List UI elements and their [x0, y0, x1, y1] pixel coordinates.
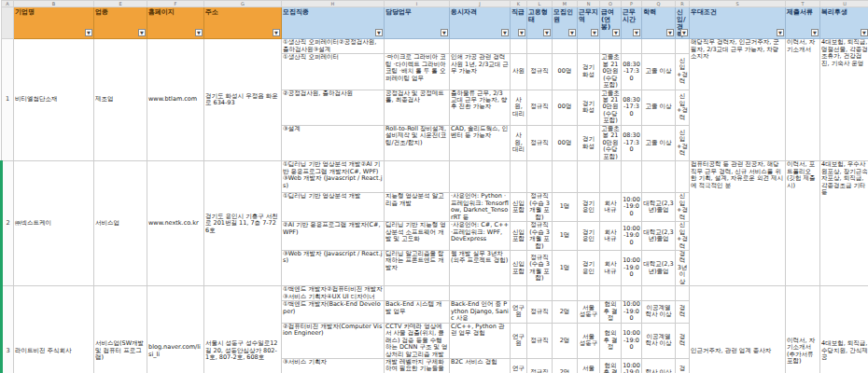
rank-cell[interactable] [511, 39, 527, 54]
work-region-cell[interactable]: 경기 화성 [578, 90, 600, 125]
work-region-cell[interactable]: 서울 성동구 [578, 323, 600, 358]
work-region-cell[interactable]: 서울 성동구 [578, 301, 600, 323]
documents-cell[interactable]: 이력서, 자기소개서 [786, 39, 820, 161]
rank-cell[interactable] [511, 286, 527, 301]
work-hours-cell[interactable]: 08:30-17:30 [622, 54, 642, 90]
job-title-cell[interactable]: ①백엔드 개발자②컴퓨터비전 개발자③서비스 기획자④UX UI 디자이너 [282, 286, 385, 301]
duty-cell[interactable]: Roll-to-Roll 장비설계, 설비제작 및 시운전(코팅/건조/합지) [385, 125, 450, 160]
headcount-cell[interactable] [553, 286, 578, 301]
header-4[interactable]: 주소▼ [204, 7, 282, 39]
filter-dropdown-icon[interactable]: ▼ [543, 29, 551, 36]
rank-cell[interactable]: 사원 [511, 54, 527, 90]
column-letter[interactable]: G [204, 1, 282, 7]
education-cell[interactable]: 이공계열 학사 이상 [642, 323, 676, 358]
headcount-cell[interactable]: 00명 [553, 90, 578, 125]
filter-dropdown-icon[interactable]: ▼ [501, 29, 509, 36]
education-cell[interactable] [642, 161, 676, 193]
employment-type-cell[interactable] [527, 161, 553, 193]
work-region-cell[interactable]: 경기 용인 [578, 250, 600, 285]
employment-type-cell[interactable]: 정규직 [527, 125, 553, 160]
career-level-cell[interactable]: 경력 3년 이상 [676, 250, 690, 285]
qualification-cell[interactable] [450, 39, 511, 54]
benefits-cell[interactable]: 4대보험, 퇴직금, 수당지원, 간식제공 [820, 286, 868, 373]
filter-dropdown-icon[interactable]: ▼ [85, 29, 92, 36]
industry-cell[interactable]: 서비스업 [94, 161, 147, 286]
salary-cell[interactable]: 회사 내규 [600, 222, 622, 251]
column-letter[interactable]: J [450, 1, 511, 7]
work-hours-cell[interactable]: 10:00-19:00 [622, 323, 642, 358]
salary-cell[interactable]: 회사 내규 [600, 193, 622, 222]
employment-type-cell[interactable] [527, 286, 553, 301]
education-cell[interactable]: 대학교(2,3년)졸업 [642, 250, 676, 285]
headcount-cell[interactable]: 00명 [553, 54, 578, 90]
work-region-cell[interactable] [578, 286, 600, 301]
duty-cell[interactable]: Back-End 시스템 개발 업무 [385, 301, 450, 323]
rank-cell[interactable]: 사원, 대리 [511, 125, 527, 160]
header-15[interactable]: 신입/경력▼ [676, 7, 690, 39]
homepage-cell[interactable]: blog.naver.com/lisi_li [147, 286, 204, 373]
industry-cell[interactable]: 제조업 [94, 39, 147, 161]
column-letter[interactable]: F [147, 1, 204, 7]
filter-dropdown-icon[interactable]: ▼ [777, 29, 784, 36]
headcount-cell[interactable]: 2명 [553, 301, 578, 323]
documents-cell[interactable]: 이력서, 포트폴리오 (깃헙 제출시) [786, 161, 820, 286]
education-cell[interactable]: 대학교(2,3년)졸업 [642, 193, 676, 222]
column-letter[interactable]: N [578, 1, 600, 7]
employment-type-cell[interactable]: 정규직 [527, 359, 553, 373]
duty-cell[interactable]: ·마이크로 그라비아 코팅 ·다이렉트 그라비아 코팅 ·배치 롤 투 롤 오퍼… [385, 54, 450, 90]
column-letter[interactable]: E [94, 1, 147, 7]
header-1[interactable]: 기업명▼ [14, 7, 94, 39]
work-hours-cell[interactable]: 10:00-19:00 [622, 250, 642, 285]
education-cell[interactable]: 고졸 이상 [642, 90, 676, 125]
filter-dropdown-icon[interactable]: ▼ [633, 29, 640, 36]
work-region-cell[interactable]: 서울 성동구 [578, 359, 600, 373]
headcount-cell[interactable]: 1명 [553, 222, 578, 251]
column-letter[interactable]: H [282, 1, 385, 7]
employment-type-cell[interactable] [527, 39, 553, 54]
filter-dropdown-icon[interactable]: ▼ [666, 29, 674, 36]
work-hours-cell[interactable]: 10:00-19:00 [622, 359, 642, 373]
company-name-cell[interactable]: 라이트비전 주식회사 [14, 286, 94, 373]
header-14[interactable]: 학력▼ [642, 7, 676, 39]
duty-cell[interactable]: 딥러닝 알고리즘을 탑재하는 프론트엔드 개발자 [385, 250, 450, 285]
job-title-cell[interactable]: ①딥러닝 기반 영상분석 개발 [282, 193, 385, 222]
address-cell[interactable]: 경기도 화성시 우정읍 화운로 634-93 [204, 39, 282, 161]
job-title-cell[interactable]: ③설계 [282, 125, 385, 160]
corner-cell[interactable] [2, 7, 14, 39]
filter-dropdown-icon[interactable]: ▼ [861, 29, 868, 36]
work-region-cell[interactable]: 경기 화성 [578, 54, 600, 90]
employment-type-cell[interactable]: 정규직 [527, 54, 553, 90]
column-letter[interactable]: O [600, 1, 622, 7]
column-letter[interactable]: A [2, 1, 14, 7]
employment-type-cell[interactable]: 정규직 (수습 3개월 포함) [527, 250, 553, 285]
salary-cell[interactable]: 협의 후 결정 [600, 359, 622, 373]
filter-dropdown-icon[interactable]: ▼ [375, 29, 383, 36]
qualification-cell[interactable]: ·사용언어: Python ·프레임워크: Tensorflow, Darkne… [450, 193, 511, 222]
career-level-cell[interactable]: 경력 [676, 301, 690, 323]
filter-dropdown-icon[interactable]: ▼ [811, 29, 819, 36]
career-level-cell[interactable]: 신입+경력 [676, 222, 690, 251]
filter-dropdown-icon[interactable]: ▼ [138, 29, 146, 36]
column-letter[interactable]: B [14, 1, 94, 7]
filter-dropdown-icon[interactable]: ▼ [441, 29, 448, 36]
job-title-cell[interactable]: ①딥러닝 기반 영상분석 개발②AI 기반 응용프로그램 개발자(C#, WPF… [282, 161, 385, 193]
qualification-cell[interactable]: CAD, 솔리드웍스, 인벤터 등 가능자 [450, 125, 511, 160]
rank-cell[interactable]: 사원, 대리 [511, 90, 527, 125]
header-3[interactable]: 홈페이지▼ [147, 7, 204, 39]
company-name-cell[interactable]: ㈜넥스트케이 [14, 161, 94, 286]
qualification-cell[interactable] [450, 286, 511, 301]
job-title-cell[interactable]: ①생산직 오퍼레이터②공정검사원, 출하검사원③설계 [282, 39, 385, 54]
header-11[interactable]: 근무지역▼ [578, 7, 600, 39]
rank-cell[interactable]: 신입포함 [511, 193, 527, 222]
salary-cell[interactable]: 고졸초봉 210만원 (수당포함) [600, 90, 622, 125]
education-cell[interactable]: 고졸 이상 [642, 125, 676, 160]
job-title-cell[interactable]: ②공정검사원, 출하검사원 [282, 90, 385, 125]
headcount-cell[interactable]: 2명 [553, 323, 578, 358]
employment-type-cell[interactable]: 정규직 [527, 301, 553, 323]
filter-dropdown-icon[interactable]: ▼ [612, 29, 620, 36]
column-letter[interactable]: I [385, 1, 450, 7]
qualification-cell[interactable]: 인쇄 가공 관련 경력사원 1년, 2/3교대 근무 가능자 [450, 54, 511, 90]
salary-cell[interactable]: 고졸초봉 210만원 (수당포함) [600, 54, 622, 90]
qualification-cell[interactable] [450, 161, 511, 193]
education-cell[interactable]: 고졸 이상 [642, 54, 676, 90]
